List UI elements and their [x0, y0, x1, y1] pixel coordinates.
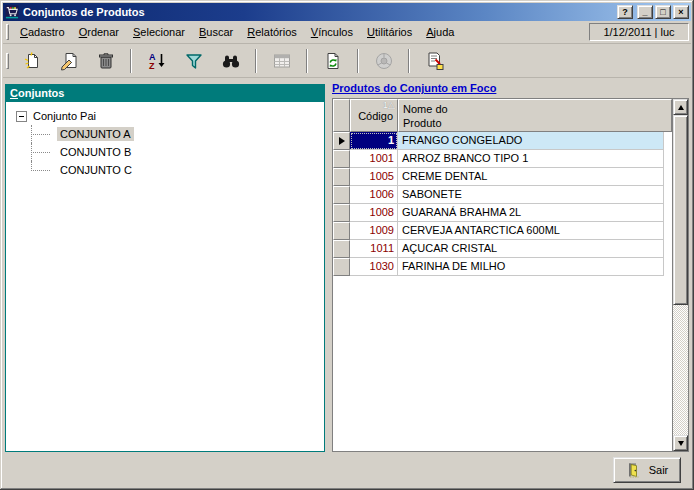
menubar: CadastroOrdenarSelecionarBuscarRelatório… — [3, 21, 691, 44]
export-button[interactable] — [421, 47, 448, 74]
row-indicator[interactable] — [333, 168, 350, 186]
cell-codigo[interactable]: 1011 — [350, 240, 398, 258]
grid-header-codigo[interactable]: 1△ Código — [350, 99, 398, 132]
new-record-button[interactable] — [18, 47, 45, 74]
grid-empty-area — [664, 240, 672, 258]
menu-utilitarios[interactable]: Utilitários — [360, 24, 419, 40]
cell-codigo[interactable]: 1008 — [350, 204, 398, 222]
row-indicator[interactable] — [333, 240, 350, 258]
cell-nome-produto[interactable]: CERVEJA ANTARCTICA 600ML — [398, 222, 664, 240]
cell-nome-produto[interactable]: FARINHA DE MILHO — [398, 258, 664, 276]
table-row[interactable]: 1030FARINHA DE MILHO — [333, 258, 672, 276]
table-row[interactable]: 1006SABONETE — [333, 186, 672, 204]
edit-record-button[interactable] — [55, 47, 82, 74]
app-cart-icon — [5, 5, 19, 19]
table-row[interactable]: 1011AÇUCAR CRISTAL — [333, 240, 672, 258]
client-area: Conjuntos Conjunto Pai CONJUNTO ACONJUNT… — [3, 78, 691, 487]
table-row[interactable]: 1009CERVEJA ANTARCTICA 600ML — [333, 222, 672, 240]
app-window: Conjuntos de Produtos ? _ □ × CadastroOr… — [0, 0, 694, 490]
tree-item-conjunto-b[interactable]: CONJUNTO B — [31, 143, 324, 161]
row-indicator[interactable] — [333, 222, 350, 240]
maximize-button[interactable]: □ — [655, 5, 671, 19]
menu-vinculos[interactable]: Vínculos — [304, 24, 360, 40]
menu-ordenar[interactable]: Ordenar — [72, 24, 126, 40]
delete-record-icon — [96, 51, 116, 71]
svg-text:Z: Z — [149, 61, 155, 71]
row-indicator[interactable] — [333, 258, 350, 276]
table-row[interactable]: 1FRANGO CONGELADO — [333, 132, 672, 150]
row-indicator[interactable] — [333, 186, 350, 204]
collapse-minus-icon[interactable] — [16, 111, 27, 122]
conjuntos-header-label: Conjuntos — [10, 87, 64, 99]
table-row[interactable]: 1005CREME DENTAL — [333, 168, 672, 186]
toolbar-separator — [306, 49, 308, 73]
sort-az-button[interactable]: AZ — [143, 47, 170, 74]
grid-empty-area — [664, 168, 672, 186]
filter-icon — [184, 51, 204, 71]
table-row[interactable]: 1001ARROZ BRANCO TIPO 1 — [333, 150, 672, 168]
row-indicator[interactable] — [333, 204, 350, 222]
cell-nome-produto[interactable]: ARROZ BRANCO TIPO 1 — [398, 150, 664, 168]
cell-codigo[interactable]: 1009 — [350, 222, 398, 240]
exit-button[interactable]: Sair — [613, 457, 681, 483]
grid-header-indicator-cell — [333, 99, 350, 132]
menu-cadastro[interactable]: Cadastro — [13, 24, 72, 40]
grid-vertical-scrollbar[interactable] — [672, 99, 688, 451]
cell-codigo[interactable]: 1005 — [350, 168, 398, 186]
minimize-button[interactable]: _ — [637, 5, 653, 19]
tree-root-label: Conjunto Pai — [33, 110, 96, 122]
scroll-down-button[interactable] — [673, 435, 688, 451]
titlebar: Conjuntos de Produtos ? _ □ × — [3, 3, 691, 21]
filter-button[interactable] — [180, 47, 207, 74]
cell-nome-produto[interactable]: FRANGO CONGELADO — [398, 132, 664, 150]
table-row[interactable]: 1008GUARANÁ BRAHMA 2L — [333, 204, 672, 222]
conjuntos-panel: Conjuntos Conjunto Pai CONJUNTO ACONJUNT… — [5, 84, 325, 452]
menu-relatorios[interactable]: Relatórios — [240, 24, 304, 40]
status-date-user: 1/12/2011 | luc — [589, 23, 689, 41]
tree-item-conjunto-c[interactable]: CONJUNTO C — [31, 161, 324, 179]
toolbar-separator — [255, 49, 257, 73]
tree-item-label: CONJUNTO A — [57, 127, 134, 141]
edit-record-icon — [59, 51, 79, 71]
tree-item-conjunto-a[interactable]: CONJUNTO A — [31, 125, 324, 143]
produtos-title-link[interactable]: Produtos do Conjunto em Foco — [332, 82, 496, 94]
grid-header-nome[interactable]: Nome do Produto — [398, 99, 672, 132]
refresh-button[interactable] — [319, 47, 346, 74]
refresh-icon — [323, 51, 343, 71]
cell-codigo[interactable]: 1030 — [350, 258, 398, 276]
cell-nome-produto[interactable]: CREME DENTAL — [398, 168, 664, 186]
toolbar-separator — [130, 49, 132, 73]
media-icon — [374, 51, 394, 71]
triangle-up-icon — [678, 105, 684, 110]
window-title: Conjuntos de Produtos — [23, 6, 617, 18]
grid-empty-area — [664, 222, 672, 240]
scroll-up-button[interactable] — [673, 99, 688, 115]
cell-nome-produto[interactable]: AÇUCAR CRISTAL — [398, 240, 664, 258]
delete-record-button[interactable] — [92, 47, 119, 74]
cell-nome-produto[interactable]: GUARANÁ BRAHMA 2L — [398, 204, 664, 222]
current-row-indicator[interactable] — [333, 132, 350, 150]
menubar-grip-handle[interactable] — [6, 24, 9, 40]
exit-button-label: Sair — [649, 464, 669, 476]
find-button[interactable] — [217, 47, 244, 74]
close-button[interactable]: × — [673, 5, 689, 19]
row-indicator[interactable] — [333, 150, 350, 168]
scrollbar-thumb[interactable] — [673, 115, 688, 305]
toolbar: AZ — [3, 44, 691, 78]
current-row-arrow-icon — [339, 137, 345, 145]
menu-buscar[interactable]: Buscar — [192, 24, 240, 40]
toolbar-separator — [408, 49, 410, 73]
toolbar-grip-handle[interactable] — [6, 53, 9, 69]
grid-view-icon — [272, 51, 292, 71]
cell-codigo[interactable]: 1 — [350, 132, 398, 150]
toolbar-separator — [357, 49, 359, 73]
grid-empty-area — [664, 186, 672, 204]
tree-root-item[interactable]: Conjunto Pai — [16, 107, 324, 125]
cell-codigo[interactable]: 1001 — [350, 150, 398, 168]
menu-selecionar[interactable]: Selecionar — [126, 24, 192, 40]
menu-ajuda[interactable]: Ajuda — [419, 24, 461, 40]
help-button[interactable]: ? — [617, 5, 633, 19]
grid-header: 1△ Código Nome do Produto — [333, 99, 672, 132]
cell-nome-produto[interactable]: SABONETE — [398, 186, 664, 204]
cell-codigo[interactable]: 1006 — [350, 186, 398, 204]
